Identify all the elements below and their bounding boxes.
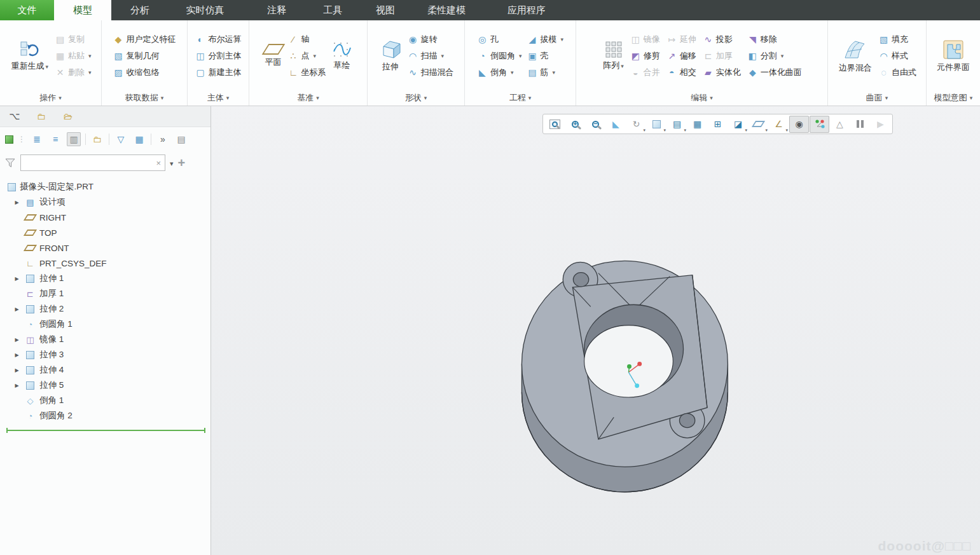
expand-arrow-icon[interactable] xyxy=(13,337,21,343)
tree-item-top[interactable]: TOP xyxy=(0,225,210,240)
extrude-button[interactable]: 拉伸 xyxy=(376,39,404,74)
tab-tools[interactable]: 工具 xyxy=(312,0,354,20)
group-label-operations[interactable]: 操作 xyxy=(0,90,101,106)
group-label-engineering[interactable]: 工程 xyxy=(465,90,576,106)
copy-geometry-button[interactable]: ▧ 复制几何 xyxy=(111,48,178,64)
sketch-button[interactable]: 草绘 xyxy=(329,40,355,72)
saved-orientations-button[interactable]: ↻▾ xyxy=(626,116,646,133)
camera-mount-3d-model[interactable] xyxy=(500,240,758,500)
tab-view[interactable]: 视图 xyxy=(354,0,417,20)
expand-arrow-icon[interactable] xyxy=(13,200,21,205)
tree-item-mirror1[interactable]: ◫ 镜像 1 xyxy=(0,332,210,347)
tree-columns-toggle-icon[interactable]: ▥ xyxy=(67,132,81,146)
perspective-button[interactable]: ⊞ xyxy=(708,116,728,133)
expand-arrow-icon[interactable] xyxy=(13,383,21,388)
solidify-button[interactable]: ▰ 实体化 xyxy=(701,64,743,81)
refit-button[interactable]: ◣ xyxy=(606,116,626,133)
group-label-shapes[interactable]: 形状 xyxy=(368,90,464,106)
freestyle-button[interactable]: ◌ 自由式 xyxy=(876,64,918,81)
sweep-button[interactable]: ◠ 扫描 xyxy=(406,48,456,64)
plane-button[interactable]: 平面 xyxy=(262,43,285,69)
model-tree-selector-icon[interactable] xyxy=(5,135,13,144)
tree-item-csys[interactable]: ∟ PRT_CSYS_DEF xyxy=(0,256,210,271)
expand-levels-icon[interactable]: ≣ xyxy=(30,132,44,146)
component-interface-button[interactable]: 元件界面 xyxy=(934,38,973,74)
delete-button[interactable]: ✕ 删除 xyxy=(53,64,93,81)
mirror-button[interactable]: ◫ 镜像 xyxy=(628,31,662,48)
chamfer-button[interactable]: ◣ 倒角 xyxy=(475,64,524,81)
group-label-body[interactable]: 主体 xyxy=(188,90,249,106)
expand-arrow-icon[interactable] xyxy=(13,306,21,312)
graphics-display-button[interactable]: ◉ xyxy=(789,116,809,133)
zoom-out-button[interactable]: − xyxy=(586,116,605,133)
udf-button[interactable]: ◆ 用户定义特征 xyxy=(111,31,178,48)
tree-item-right[interactable]: RIGHT xyxy=(0,210,210,225)
expand-arrow-icon[interactable] xyxy=(13,352,21,358)
clear-search-icon[interactable]: × xyxy=(156,158,161,168)
folder-browser-tab-icon[interactable]: 🗀 xyxy=(34,109,48,123)
insert-here-indicator[interactable] xyxy=(6,430,205,431)
tab-model[interactable]: 模型 xyxy=(54,0,111,20)
datum-display-filters-button[interactable]: ▾ xyxy=(749,116,768,133)
trim-button[interactable]: ◩ 修剪 xyxy=(628,48,662,64)
point-button[interactable]: ∴ 点 xyxy=(286,48,328,64)
paste-button[interactable]: ▦ 粘贴 xyxy=(53,48,93,64)
quilt-button[interactable]: ◆ 一体化曲面 xyxy=(745,64,804,81)
thicken-button[interactable]: ⊏ 加厚 xyxy=(701,48,743,64)
tab-annotate[interactable]: 注释 xyxy=(242,0,312,20)
tree-item-extrude5[interactable]: 拉伸 5 xyxy=(0,378,210,393)
tree-item-extrude2[interactable]: 拉伸 2 xyxy=(0,301,210,317)
tree-item-extrude3[interactable]: 拉伸 3 xyxy=(0,347,210,362)
hole-button[interactable]: ◎ 孔 xyxy=(475,31,524,48)
project-button[interactable]: ∿ 投影 xyxy=(701,31,743,48)
tab-analysis[interactable]: 分析 xyxy=(111,0,169,20)
csys-button[interactable]: ∟ 坐标系 xyxy=(286,64,328,81)
tab-applications[interactable]: 应用程序 xyxy=(476,0,577,20)
regenerate-button[interactable]: 重新生成 xyxy=(8,39,52,73)
swept-blend-button[interactable]: ∿ 扫描混合 xyxy=(406,64,456,81)
collapse-levels-icon[interactable]: ≡ xyxy=(48,132,62,146)
tab-flexible-modeling[interactable]: 柔性建模 xyxy=(417,0,476,20)
tree-search-input[interactable] xyxy=(24,156,151,170)
tree-item-front[interactable]: FRONT xyxy=(0,240,210,256)
tree-item-design-items[interactable]: ▤ 设计项 xyxy=(0,195,210,210)
new-folder-icon[interactable]: 🗀 xyxy=(90,132,104,146)
tree-settings-icon[interactable]: ▤ xyxy=(174,132,188,146)
annotation-display-button[interactable]: ∠▾ xyxy=(769,116,789,133)
model-tree-tab-icon[interactable]: ⌥ xyxy=(8,109,22,123)
revolve-button[interactable]: ◉ 旋转 xyxy=(406,31,456,48)
offset-button[interactable]: ↗ 偏移 xyxy=(665,48,698,64)
pause-button[interactable] xyxy=(850,116,870,133)
section-button[interactable]: ◪▾ xyxy=(728,116,748,133)
overflow-icon[interactable]: » xyxy=(156,132,170,146)
tree-item-round2[interactable]: ◔ 倒圆角 2 xyxy=(0,408,210,423)
add-filter-icon[interactable]: + xyxy=(178,156,186,169)
tree-column-display-icon[interactable]: ▦ xyxy=(132,132,146,146)
pattern-button[interactable]: 阵列 xyxy=(600,40,627,72)
view-manager-button[interactable]: ▤▾ xyxy=(667,116,687,133)
tree-item-round1[interactable]: ◔ 倒圆角 1 xyxy=(0,317,210,332)
style-button[interactable]: ◠ 样式 xyxy=(876,48,918,64)
rib-button[interactable]: ▤ 筋 xyxy=(525,64,566,81)
group-label-surfaces[interactable]: 曲面 xyxy=(828,90,926,106)
group-label-datum[interactable]: 基准 xyxy=(249,90,367,106)
tree-item-chamfer1[interactable]: ◇ 倒角 1 xyxy=(0,393,210,408)
draft-button[interactable]: ◢ 拔模 xyxy=(525,31,566,48)
zoom-region-button[interactable] xyxy=(545,116,565,133)
display-style-button[interactable]: ▾ xyxy=(647,116,666,133)
round-button[interactable]: ◔ 倒圆角 xyxy=(475,48,524,64)
zoom-in-button[interactable]: + xyxy=(565,116,585,133)
divide-button[interactable]: ◧ 分割 xyxy=(745,48,804,64)
boolean-button[interactable]: ◐ 布尔运算 xyxy=(193,31,244,48)
tab-file[interactable]: 文件 xyxy=(0,0,54,20)
image-capture-button[interactable]: ▦ xyxy=(687,116,707,133)
tree-item-extrude1[interactable]: 拉伸 1 xyxy=(0,271,210,286)
boundary-blend-button[interactable]: 边界混合 xyxy=(836,38,875,75)
remove-button[interactable]: ◥ 移除 xyxy=(745,31,804,48)
resume-button[interactable]: ▶ xyxy=(871,116,890,133)
tree-filter-icon[interactable]: ▽ xyxy=(114,132,128,146)
expand-arrow-icon[interactable] xyxy=(13,367,21,373)
tree-item-thicken1[interactable]: ⊏ 加厚 1 xyxy=(0,286,210,301)
split-body-button[interactable]: ◫ 分割主体 xyxy=(193,48,244,64)
graphics-viewport[interactable]: + − ◣ ↻▾ ▾ ▤▾ ▦ ⊞ ◪▾ xyxy=(211,106,980,555)
